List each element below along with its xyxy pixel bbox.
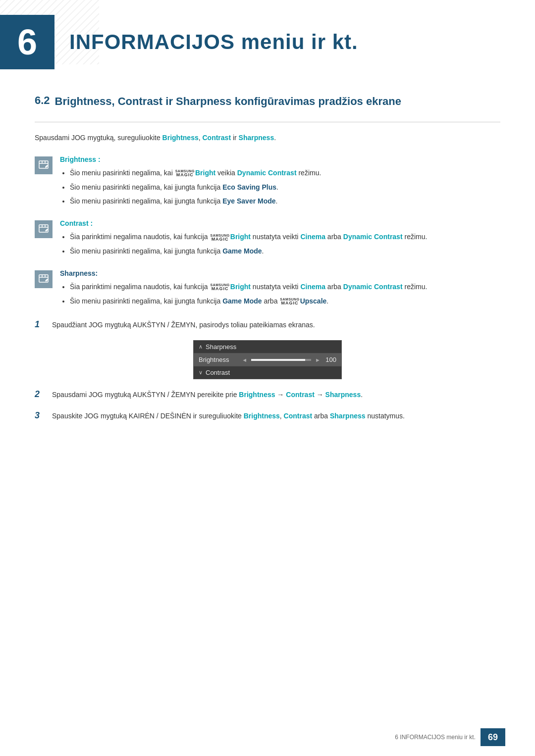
bright-bold-1: Bright [195, 169, 215, 177]
step-3: 3 Spauskite JOG mygtuką KAIRĖN / DEŠINĖN… [35, 410, 500, 421]
brightness-bullets: Šio meniu pasirinkti negalima, kai SAMSU… [60, 167, 500, 206]
bright-bold-2: Bright [230, 233, 251, 241]
sharpness-bullets: Šia parinktimi negalima naudotis, kai fu… [60, 281, 500, 306]
step-2-post: . [361, 391, 363, 399]
step-2-number: 2 [35, 389, 52, 400]
step-3-content: Spauskite JOG mygtuką KAIRĖN / DEŠINĖN i… [52, 410, 500, 421]
contrast-bullets: Šia parinktimi negalima naudotis, kai fu… [60, 231, 500, 256]
ui-row-contrast: ∨ Contrast [194, 366, 341, 379]
note-contrast: Contrast : Šia parinktimi negalima naudo… [35, 219, 500, 259]
chapter-number: 6 [17, 22, 37, 62]
ui-row-sharpness: ∧ Sharpness [194, 341, 341, 353]
eye-saver: Eye Saver Mode [222, 197, 275, 205]
note-icon-contrast [35, 220, 53, 238]
step-2-pre: Spausdami JOG mygtuką AUKŠTYN / ŽEMYN pe… [52, 391, 239, 399]
ui-row-brightness: Brightness ◄ ► 100 [194, 353, 341, 366]
step-3-number: 3 [35, 410, 52, 421]
slider-area: ◄ ► [242, 357, 321, 363]
arrow-up-icon: ∧ [199, 344, 203, 350]
slider-fill [251, 359, 305, 361]
samsung-magic-4: SAMSUNGMAGIC [280, 298, 299, 305]
note-contrast-label: Contrast : [60, 219, 500, 227]
step-3-sep1: , [280, 412, 284, 420]
brightness-value: 100 [324, 356, 336, 363]
sharpness-bullet-1: Šia parinktimi negalima naudotis, kai fu… [70, 281, 500, 292]
chapter-number-box: 6 [0, 15, 54, 69]
game-mode-1: Game Mode [222, 247, 262, 255]
contrast-bullet-1: Šia parinktimi negalima naudotis, kai fu… [70, 231, 500, 242]
ui-contrast-label: Contrast [206, 369, 336, 376]
intro-sharpness: Sharpness [239, 134, 274, 142]
cinema-2: Cinema [300, 283, 325, 291]
intro-end: . [274, 134, 276, 142]
section-title: Brightness, Contrast ir Sharpness konfig… [55, 94, 401, 109]
intro-contrast: Contrast [202, 134, 231, 142]
ui-brightness-label: Brightness [199, 356, 238, 363]
arrow-down-icon: ∨ [199, 369, 203, 376]
chapter-header: 6 INFORMACIJOS meniu ir kt. [0, 0, 535, 79]
page-footer: 6 INFORMACIJOS meniu ir kt. 69 [0, 728, 535, 746]
intro-sep2: ir [231, 134, 239, 142]
note-sharpness-content: Sharpness: Šia parinktimi negalima naudo… [60, 269, 500, 309]
step-3-post2: nustatymus. [366, 412, 405, 420]
section-number: 6.2 [35, 94, 50, 107]
note-icon-sharpness [35, 270, 53, 288]
step-3-brightness: Brightness [244, 412, 280, 420]
step-2-sep2: → [315, 391, 325, 399]
dynamic-contrast-2: Dynamic Contrast [343, 233, 403, 241]
samsung-magic-3: SAMSUNGMAGIC [210, 283, 229, 291]
section-heading: 6.2 Brightness, Contrast ir Sharpness ko… [35, 94, 500, 109]
svg-rect-5 [39, 225, 48, 232]
arrow-left-icon: ◄ [242, 357, 247, 363]
note-sharpness-label: Sharpness: [60, 269, 500, 277]
upscale: Upscale [300, 297, 327, 305]
bright-bold-3: Bright [230, 283, 251, 291]
step-2-sharpness: Sharpness [325, 391, 361, 399]
step-3-pre: Spauskite JOG mygtuką KAIRĖN / DEŠINĖN i… [52, 412, 244, 420]
step-2: 2 Spausdami JOG mygtuką AUKŠTYN / ŽEMYN … [35, 389, 500, 400]
game-mode-2: Game Mode [222, 297, 262, 305]
step-3-post1: arba [312, 412, 330, 420]
chapter-title: INFORMACIJOS meniu ir kt. [69, 30, 358, 54]
divider [35, 122, 500, 122]
step-3-sharpness: Sharpness [330, 412, 366, 420]
step-3-contrast: Contrast [284, 412, 313, 420]
contrast-bullet-2: Šio meniu pasirinkti negalima, kai įjung… [70, 246, 500, 256]
arrow-right-icon: ► [315, 357, 321, 363]
footer-text: 6 INFORMACIJOS meniu ir kt. [395, 734, 476, 741]
note-sharpness: Sharpness: Šia parinktimi negalima naudo… [35, 269, 500, 309]
note-contrast-content: Contrast : Šia parinktimi negalima naudo… [60, 219, 500, 259]
step-1-number: 1 [35, 319, 52, 330]
note-brightness: Brightness : Šio meniu pasirinkti negali… [35, 155, 500, 209]
cinema-1: Cinema [300, 233, 325, 241]
note-icon-brightness [35, 156, 53, 174]
brightness-bullet-2: Šio meniu pasirinkti negalima, kai įjung… [70, 182, 500, 193]
content-area: 6.2 Brightness, Contrast ir Sharpness ko… [0, 84, 535, 461]
step-1-content: Spaudžiant JOG mygtuką AUKŠTYN / ŽEMYN, … [52, 319, 500, 330]
step-1: 1 Spaudžiant JOG mygtuką AUKŠTYN / ŽEMYN… [35, 319, 500, 330]
page-number: 69 [481, 728, 505, 746]
note-brightness-content: Brightness : Šio meniu pasirinkti negali… [60, 155, 500, 209]
brightness-bullet-1: Šio meniu pasirinkti negalima, kai SAMSU… [70, 167, 500, 178]
step-2-brightness: Brightness [239, 391, 275, 399]
step-2-contrast: Contrast [286, 391, 315, 399]
ui-screenshot-box: ∧ Sharpness Brightness ◄ ► 100 ∨ Contras… [193, 340, 342, 379]
brightness-bullet-3: Šio meniu pasirinkti negalima, kai įjung… [70, 196, 500, 206]
step-1-text: Spaudžiant JOG mygtuką AUKŠTYN / ŽEMYN, … [52, 321, 315, 329]
svg-rect-2 [39, 161, 48, 168]
step-2-content: Spausdami JOG mygtuką AUKŠTYN / ŽEMYN pe… [52, 389, 500, 400]
dynamic-contrast-3: Dynamic Contrast [343, 283, 403, 291]
sharpness-bullet-2: Šio meniu pasirinkti negalima, kai įjung… [70, 296, 500, 306]
page: 6 INFORMACIJOS meniu ir kt. 6.2 Brightne… [0, 0, 535, 756]
samsung-magic-1: SAMSUNGMAGIC [175, 169, 195, 177]
step-2-sep1: → [275, 391, 286, 399]
svg-rect-7 [39, 275, 48, 282]
dynamic-contrast-1: Dynamic Contrast [237, 169, 297, 177]
samsung-magic-2: SAMSUNGMAGIC [210, 234, 229, 242]
note-brightness-label: Brightness : [60, 155, 500, 163]
intro-text-pre: Spausdami JOG mygtuką, sureguliuokite [35, 134, 162, 142]
intro-paragraph: Spausdami JOG mygtuką, sureguliuokite Br… [35, 132, 500, 143]
eco-saving: Eco Saving Plus [222, 183, 276, 191]
intro-brightness: Brightness [162, 134, 199, 142]
ui-sharpness-label: Sharpness [206, 343, 336, 351]
